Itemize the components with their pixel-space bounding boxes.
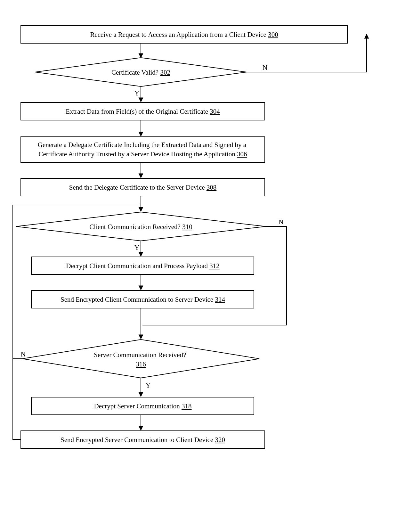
step-306-line2: Certificate Authority Trusted by a Serve…: [39, 150, 247, 158]
decision-310: Client Communication Received? 310: [16, 212, 266, 241]
svg-text:Decrypt Client Communication a: Decrypt Client Communication and Process…: [66, 262, 219, 270]
step-306: Generate a Delegate Certificate Includin…: [21, 137, 265, 162]
decision-316-text: Server Communication Received?: [94, 351, 186, 359]
svg-text:N: N: [263, 64, 267, 71]
decision-310-text: Client Communication Received?: [89, 223, 181, 231]
svg-text:Send the Delegate Certificate : Send the Delegate Certificate to the Ser…: [69, 184, 217, 191]
edge-302-yes: Y: [134, 86, 141, 102]
svg-marker-22: [22, 340, 259, 378]
step-308: Send the Delegate Certificate to the Ser…: [21, 178, 265, 196]
step-320-ref: 320: [215, 436, 225, 444]
step-304: Extract Data from Field(s) of the Origin…: [21, 102, 265, 120]
step-300-text: Receive a Request to Access an Applicati…: [90, 31, 266, 38]
svg-text:Certificate Valid?
       
   : Certificate Valid? 302: [111, 69, 170, 76]
decision-316-ref: 316: [136, 360, 146, 368]
flowchart: Receive a Request to Access an Applicati…: [0, 0, 397, 532]
svg-text:Send Encrypted Server Communic: Send Encrypted Server Communication to C…: [61, 436, 225, 444]
step-300: Receive a Request to Access an Applicati…: [21, 26, 347, 43]
svg-text:Receive a Request to Access an: Receive a Request to Access an Applicati…: [90, 31, 278, 38]
svg-text:N: N: [279, 218, 283, 226]
step-320-text: Send Encrypted Server Communication to C…: [61, 436, 213, 444]
step-312: Decrypt Client Communication and Process…: [31, 257, 254, 274]
step-320: Send Encrypted Server Communication to C…: [21, 431, 265, 448]
step-312-ref: 312: [209, 262, 220, 270]
edge-316-yes: Y: [141, 378, 150, 397]
step-314: Send Encrypted Client Communication to S…: [31, 291, 254, 308]
decision-302-text: Certificate Valid?: [111, 69, 158, 76]
step-314-text: Send Encrypted Client Communication to S…: [61, 296, 213, 303]
step-314-ref: 314: [215, 296, 225, 303]
svg-text:Y: Y: [134, 89, 139, 97]
step-312-text: Decrypt Client Communication and Process…: [66, 262, 208, 270]
step-318-ref: 318: [182, 402, 192, 410]
step-308-text: Send the Delegate Certificate to the Ser…: [69, 184, 205, 191]
step-304-ref: 304: [210, 108, 220, 115]
step-318-text: Decrypt Server Communication: [94, 402, 180, 410]
decision-302: Certificate Valid? 302: [35, 58, 247, 86]
svg-text:Y: Y: [134, 244, 139, 251]
decision-310-ref: 310: [182, 223, 192, 231]
svg-text:Extract Data from Field(s) of : Extract Data from Field(s) of the Origin…: [66, 108, 220, 115]
svg-rect-9: [21, 137, 265, 162]
svg-text:Y: Y: [146, 381, 150, 389]
svg-text:N: N: [21, 350, 26, 358]
edge-310-yes: Y: [134, 241, 141, 256]
step-304-text: Extract Data from Field(s) of the Origin…: [66, 108, 208, 115]
svg-text:Client Communication Received?: Client Communication Received? 310: [89, 223, 192, 231]
edge-320-loop: [13, 359, 21, 439]
step-306-line1: Generate a Delegate Certificate Includin…: [38, 141, 247, 149]
decision-316: Server Communication Received? 316: [22, 340, 259, 378]
step-318: Decrypt Server Communication 318: [31, 397, 254, 415]
svg-text:Send Encrypted Client Communic: Send Encrypted Client Communication to S…: [61, 296, 225, 303]
svg-text:Decrypt Server Communication
 : Decrypt Server Communication 318: [94, 402, 191, 410]
decision-302-ref: 302: [160, 69, 170, 76]
step-308-ref: 308: [207, 184, 217, 191]
step-300-ref: 300: [268, 31, 278, 38]
